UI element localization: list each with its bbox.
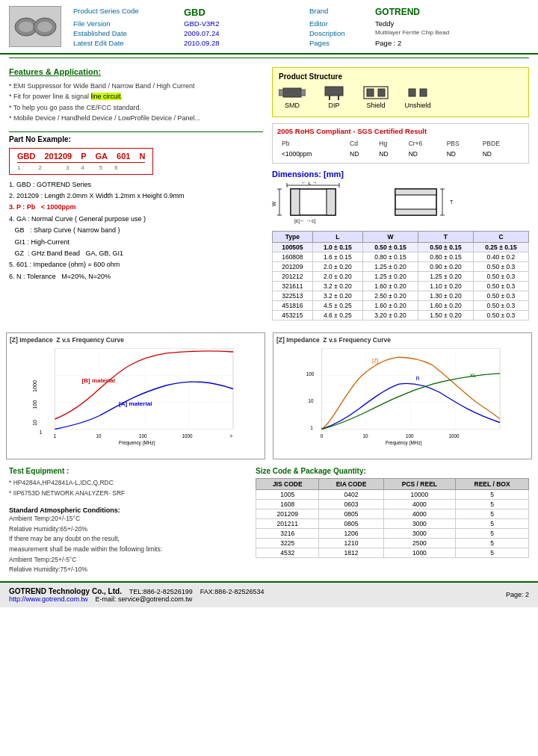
- features-divider: [9, 131, 263, 132]
- pkg-table-row: 201209080540005: [256, 509, 529, 519]
- footer-website: http://www.gotrend.com.tw: [9, 595, 88, 603]
- rohs-cd-val: ND: [347, 149, 374, 158]
- pkg-cell: 0603: [319, 500, 383, 509]
- dim-cell: 201212: [273, 272, 313, 282]
- note-5: 5. 601 : Impedance (ohm) = 600 ohm: [9, 259, 263, 270]
- dim-cell: 0.90 ± 0.20: [418, 262, 473, 272]
- svg-text:100: 100: [306, 371, 315, 377]
- svg-text:10: 10: [31, 420, 38, 426]
- dim-cell: 2.0 ± 0.20: [312, 262, 362, 272]
- pn-6: 6: [114, 164, 117, 171]
- note-2: 2. 201209 : Length 2.0mm X Width 1.2mm x…: [9, 190, 263, 201]
- dim-cell: 0.50 ± 0.3: [473, 262, 528, 272]
- cond-2: Relative Humidity:65+/-20%: [9, 524, 241, 535]
- package-section: Size Code & Package Quantity: JIS CODE E…: [256, 467, 529, 575]
- dim-table-body: 1005051.0 ± 0.150.50 ± 0.150.50 ± 0.150.…: [273, 243, 529, 320]
- dim-cell: 160808: [273, 252, 313, 262]
- ps-item-dip: DIP: [321, 84, 347, 109]
- ps-shield-label: Shield: [366, 102, 385, 109]
- rohs-pbde-label: PBDE: [480, 139, 522, 148]
- dim-col-t: T: [418, 232, 473, 243]
- pkg-cell: 1005: [256, 490, 319, 500]
- ps-dip-label: DIP: [328, 102, 339, 109]
- dim-table-row: 3216113.2 ± 0.201.60 ± 0.201.10 ± 0.200.…: [273, 282, 529, 291]
- test-equipment-content: * HP4284A,HP42841A-L,IDC,Q,RDC * IIP6753…: [9, 478, 241, 498]
- product-structure-title: Product Structure: [279, 72, 522, 81]
- conditions-title: Standard Atmospheric Conditions:: [9, 506, 241, 514]
- ps-item-shield: Shield: [362, 85, 389, 109]
- svg-rect-28: [395, 189, 436, 195]
- established-date-value: 2009.07.24: [184, 29, 303, 37]
- conditions-content: Ambient Temp:20+/-15°C Relative Humidity…: [9, 514, 241, 575]
- package-table: JIS CODE EIA CODE PCS / REEL REEL / BOX …: [256, 478, 529, 558]
- svg-rect-17: [327, 189, 336, 215]
- dim-cell: 0.25 ± 0.15: [473, 243, 528, 252]
- highlight-text: line circuit: [91, 93, 121, 100]
- chart2-svg: 100 10 1 0 10 100 1000 Frequency (MHz): [276, 345, 528, 446]
- pkg-cell: 1210: [319, 539, 383, 548]
- product-series-code-value: GBD: [184, 7, 303, 18]
- cond-6: Relative Humidity:75+/-10%: [9, 565, 241, 575]
- feature-item-1: * EMI Suppressor for Wide Band / Narrow …: [9, 81, 263, 91]
- latest-edit-date-label: Latest Edit Date: [73, 39, 178, 47]
- chart2-subtitle: Z v.s Frequency Curve: [323, 336, 391, 344]
- dim-cell: 0.50 ± 0.15: [362, 243, 418, 252]
- chart1-subtitle: Z v.s Frequency Curve: [56, 336, 124, 344]
- pkg-col-jis: JIS CODE: [256, 479, 319, 490]
- svg-rect-7: [325, 87, 343, 96]
- chart1-impedance-label: [Z] Impedance: [10, 336, 53, 344]
- dim-cell: 1.60 ± 0.20: [418, 301, 473, 311]
- footer-left: GOTREND Technology Co., Ltd. TEL:886-2-8…: [9, 587, 264, 603]
- pkg-cell: 1608: [256, 500, 319, 509]
- svg-point-3: [37, 22, 52, 32]
- svg-text:1000: 1000: [449, 433, 460, 439]
- svg-text:100: 100: [406, 433, 414, 439]
- rohs-table: Pb Cd Hg Cr+6 PBS PBDE <1000ppm ND ND ND…: [277, 137, 524, 160]
- part-diagram-box: GBD 201209 P GA 601 N 1 2: [9, 148, 153, 175]
- features-section: Features & Application: * EMI Suppressor…: [9, 67, 263, 124]
- header-info: Product Series Code GBD Brand GOTREND Fi…: [73, 7, 529, 47]
- rohs-cd-label: Cd: [347, 139, 374, 148]
- header: Product Series Code GBD Brand GOTREND Fi…: [0, 0, 538, 55]
- chart1-title: [Z] Impedance Z v.s Frequency Curve: [10, 336, 262, 344]
- svg-rect-14: [420, 89, 427, 96]
- pkg-cell: 5: [456, 529, 529, 539]
- test-section: Test Equipment : * HP4284A,HP42841A-L,ID…: [0, 467, 538, 575]
- svg-text:1000: 1000: [182, 433, 194, 439]
- left-column: Features & Application: * EMI Suppressor…: [9, 67, 263, 326]
- svg-text:T: T: [450, 199, 454, 205]
- dim-cell: 0.50 ± 0.3: [473, 291, 528, 301]
- dim-cell: 201209: [273, 262, 313, 272]
- dimensions-section: Dimensions: [mm] ← L → W: [272, 170, 529, 320]
- part-no-section: Part No Example: GBD 201209 P GA 601 N: [9, 135, 263, 282]
- pn-5: 5: [99, 164, 102, 171]
- pkg-cell: 5: [456, 519, 529, 529]
- pkg-cell: 5: [456, 500, 529, 509]
- product-structure-section: Product Structure SMD: [272, 67, 529, 117]
- pkg-col-reel: REEL / BOX: [456, 479, 529, 490]
- brand-value: GOTREND: [375, 7, 525, 18]
- pkg-cell: 4000: [383, 500, 456, 509]
- description-value: Multilayer Ferrite Chip Bead: [375, 29, 525, 37]
- pkg-cell: 3000: [383, 529, 456, 539]
- svg-rect-11: [367, 89, 374, 96]
- svg-text:XL: XL: [470, 372, 477, 379]
- svg-text:Frequency (MHz): Frequency (MHz): [119, 440, 155, 446]
- pages-value: Page : 2: [375, 39, 525, 47]
- rohs-section: 2005 RoHS Compliant - SGS Certified Resu…: [272, 123, 529, 164]
- rohs-cr6-val: ND: [406, 149, 442, 158]
- pn-1: 1: [17, 164, 20, 171]
- part-code-2: 201209: [44, 152, 72, 161]
- svg-text:[A] material: [A] material: [119, 400, 152, 407]
- pkg-cell: 10000: [383, 490, 456, 500]
- part-num-row: 1 2 3 4 5 6: [17, 162, 145, 171]
- footer-company-line: GOTREND Technology Co., Ltd. TEL:886-2-8…: [9, 587, 264, 595]
- svg-rect-12: [378, 89, 385, 96]
- pkg-col-pcs: PCS / REEL: [383, 479, 456, 490]
- test-equipment-section: Test Equipment : * HP4284A,HP42841A-L,ID…: [9, 467, 241, 575]
- dim-cell: 1.25 ± 0.20: [362, 272, 418, 282]
- dim-col-w: W: [362, 232, 418, 243]
- part-code-row: GBD 201209 P GA 601 N: [17, 152, 145, 161]
- pkg-cell: 0805: [319, 519, 383, 529]
- pkg-table-row: 4532181210005: [256, 548, 529, 558]
